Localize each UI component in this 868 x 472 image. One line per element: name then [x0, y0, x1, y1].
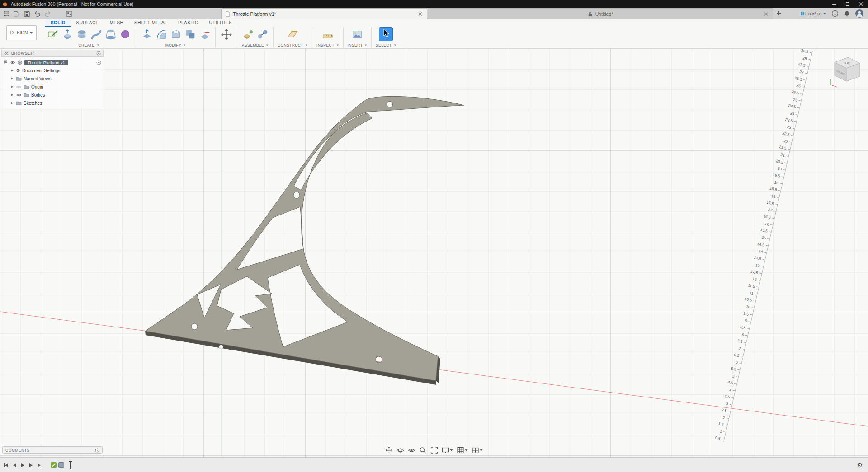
tab-throttle-platform[interactable]: Throttle Platform v1* — [221, 8, 427, 19]
activate-component-radio-icon[interactable] — [96, 60, 101, 65]
workspace-selector[interactable]: DESIGN — [6, 25, 37, 40]
group-label-inspect[interactable]: INSPECT — [316, 42, 339, 48]
skip-start-icon[interactable] — [4, 463, 8, 467]
orbit-icon[interactable] — [397, 447, 404, 454]
create-form-icon[interactable] — [118, 28, 132, 41]
create-sketch-icon[interactable] — [46, 28, 59, 41]
tab-utilities[interactable]: UTILITIES — [204, 19, 237, 27]
timeline-position-marker[interactable] — [70, 461, 71, 469]
data-panel-icon[interactable] — [1, 9, 11, 19]
timeline-gear-icon[interactable]: ⚙ — [857, 458, 863, 472]
ruler-tick: 14 — [750, 247, 767, 255]
document-limit-meter[interactable]: 8 of 10 — [800, 11, 826, 16]
pan-icon[interactable] — [386, 447, 393, 454]
skip-end-icon[interactable] — [38, 463, 42, 467]
combine-icon[interactable] — [184, 28, 197, 41]
measure-icon[interactable] — [321, 28, 334, 41]
loft-icon[interactable] — [104, 28, 117, 41]
tab-solid[interactable]: SOLID — [45, 19, 71, 27]
tab-plastic[interactable]: PLASTIC — [173, 19, 203, 27]
browser-item-named-views[interactable]: ▶ Named Views — [1, 75, 104, 83]
insert-image-icon[interactable] — [351, 28, 364, 41]
undo-icon[interactable] — [32, 9, 42, 19]
construction-plane-icon[interactable] — [286, 28, 299, 41]
fit-icon[interactable] — [431, 447, 438, 454]
toolbar-groups: CREATEMODIFYASSEMBLECONSTRUCTINSPECTINSE… — [43, 27, 399, 49]
view-cube[interactable]: TOP FRONT — [830, 51, 865, 89]
press-pull-icon[interactable] — [140, 28, 153, 41]
revolve-icon[interactable] — [75, 28, 88, 41]
browser-item-bodies[interactable]: ▶ Bodies — [1, 91, 104, 99]
new-tab-button[interactable] — [776, 10, 783, 17]
tab-sheet-metal[interactable]: SHEET METAL — [129, 19, 173, 27]
ruler-tick: 12.5 — [746, 268, 762, 276]
doc-tab-close-icon[interactable] — [418, 12, 423, 16]
tab-surface[interactable]: SURFACE — [71, 19, 104, 27]
user-avatar[interactable] — [855, 9, 863, 18]
joint-icon[interactable] — [256, 28, 269, 41]
extensions-icon[interactable] — [64, 9, 74, 19]
shell-icon[interactable] — [169, 28, 182, 41]
ruler-tick: 9 — [735, 316, 751, 324]
move-icon[interactable] — [220, 28, 233, 41]
tab-mesh[interactable]: MESH — [104, 19, 129, 27]
extrude-icon[interactable] — [61, 28, 74, 41]
browser-item-origin[interactable]: ▶ Origin — [1, 83, 104, 91]
grid-settings-icon[interactable] — [457, 447, 468, 454]
minimize-button[interactable] — [827, 0, 841, 8]
eye-dim-icon[interactable] — [16, 85, 22, 89]
tab-untitled[interactable]: Untitled* — [428, 8, 773, 19]
browser-title: BROWSER — [11, 51, 34, 56]
redo-icon[interactable] — [42, 9, 53, 19]
play-icon[interactable] — [21, 463, 24, 467]
browser-header[interactable]: BROWSER — [1, 50, 104, 57]
timeline-body-feature-icon[interactable] — [58, 462, 64, 468]
active-component-flag-icon — [4, 60, 8, 65]
notification-bell-icon[interactable] — [844, 10, 850, 17]
expand-caret-icon[interactable]: ▶ — [10, 93, 14, 97]
step-back-icon[interactable] — [13, 463, 16, 467]
step-forward-icon[interactable] — [29, 463, 33, 467]
panel-options-icon[interactable] — [96, 51, 101, 56]
file-menu-icon[interactable] — [11, 9, 22, 19]
timeline-playback-controls — [4, 458, 42, 472]
untitled-tab-close-icon[interactable] — [764, 12, 769, 16]
group-label-modify[interactable]: MODIFY — [165, 42, 186, 48]
root-component-label[interactable]: Throttle Platform v1 — [24, 60, 68, 65]
job-status-icon[interactable]: 1 — [831, 10, 839, 17]
maximize-button[interactable] — [841, 0, 854, 8]
expand-caret-icon[interactable]: ▶ — [10, 69, 14, 72]
fillet-icon[interactable] — [155, 28, 168, 41]
new-component-icon[interactable] — [241, 28, 255, 41]
group-label-insert[interactable]: INSERT — [348, 42, 367, 48]
group-label-create[interactable]: CREATE — [78, 42, 99, 48]
window-title: Autodesk Fusion 360 (Personal - Not for … — [11, 1, 133, 7]
group-label-select[interactable]: SELECT — [376, 42, 396, 48]
look-at-icon[interactable] — [408, 447, 415, 454]
sweep-icon[interactable] — [90, 28, 103, 41]
display-settings-icon[interactable] — [442, 447, 453, 454]
close-button[interactable] — [854, 0, 868, 8]
comments-options-icon[interactable] — [95, 448, 99, 453]
eye-icon[interactable] — [9, 61, 15, 65]
model-body[interactable] — [145, 96, 464, 381]
browser-item-document-settings[interactable]: ▶ ⚙ Document Settings — [1, 66, 104, 75]
browser-root-row[interactable]: Throttle Platform v1 — [1, 58, 104, 66]
origin-point[interactable] — [219, 345, 223, 349]
split-body-icon[interactable] — [198, 28, 211, 41]
group-label-construct[interactable]: CONSTRUCT — [278, 42, 308, 48]
expand-caret-icon[interactable]: ▶ — [10, 101, 14, 105]
select-icon[interactable] — [379, 28, 392, 41]
save-icon[interactable] — [22, 9, 32, 19]
viewports-icon[interactable] — [472, 447, 483, 454]
collapse-panel-icon[interactable] — [4, 51, 9, 55]
eye-icon[interactable] — [16, 93, 22, 97]
expand-caret-icon[interactable]: ▶ — [10, 77, 14, 80]
comments-bar[interactable]: COMMENTS — [2, 446, 103, 454]
zoom-icon[interactable] — [420, 447, 427, 454]
group-label-assemble[interactable]: ASSEMBLE — [242, 42, 269, 48]
viewport-canvas[interactable]: 28.52827.52726.52625.52524.52423.52322.5… — [0, 49, 868, 457]
browser-item-sketches[interactable]: ▶ Sketches — [1, 99, 104, 107]
timeline-sketch-feature-icon[interactable] — [51, 462, 57, 468]
expand-caret-icon[interactable]: ▶ — [10, 85, 14, 89]
